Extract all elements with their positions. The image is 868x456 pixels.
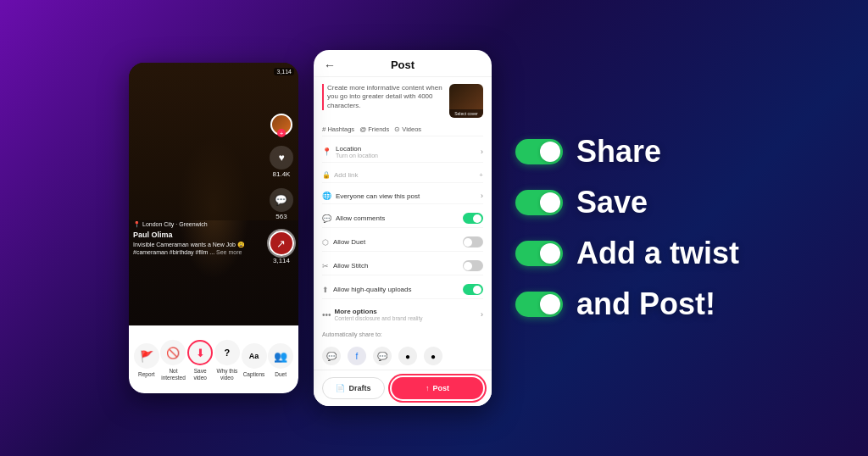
post-title: Post — [391, 58, 415, 71]
stitch-row: ✂ Allow Stitch — [322, 257, 483, 275]
likes-count: 81.4K — [273, 170, 291, 178]
see-more-link[interactable]: See more — [216, 249, 242, 255]
save-toggle[interactable] — [515, 190, 563, 215]
description-text[interactable]: Create more informative content when you… — [322, 84, 442, 110]
add-twist-toggle[interactable] — [515, 241, 563, 266]
add-link-plus[interactable]: + — [479, 171, 483, 179]
time-badge: 3,114 — [274, 68, 294, 75]
hashtags-tag[interactable]: # Hashtags — [322, 125, 354, 133]
drafts-button[interactable]: 📄 Drafts — [322, 377, 385, 399]
thumbnail[interactable]: Select cover — [449, 84, 483, 118]
action-report[interactable]: 🚩 Report — [133, 343, 160, 378]
share-group[interactable]: ↗ 3,114 — [269, 231, 294, 264]
hq-icon: ⬆ — [322, 286, 329, 294]
report-label: Report — [138, 371, 155, 378]
post-tags: # Hashtags @ Friends ⊙ Videos — [322, 123, 483, 136]
more-options-chevron[interactable]: › — [481, 310, 483, 319]
more-options-row[interactable]: ••• More options Content disclosure and … — [322, 304, 483, 325]
post-label: Post — [432, 384, 449, 392]
post-body: Create more informative content when you… — [314, 77, 492, 370]
video-icon: ⊙ — [394, 125, 400, 133]
action-save-video[interactable]: ⬇ Save video — [186, 340, 214, 381]
more-dots-icon: ••• — [322, 310, 331, 320]
videos-label: Videos — [402, 125, 421, 133]
not-interested-icon[interactable]: 🚫 — [160, 340, 186, 365]
more-options-label: More options — [335, 308, 423, 315]
friends-tag[interactable]: @ Friends — [359, 125, 389, 133]
action-captions[interactable]: Aa Captions — [241, 343, 268, 378]
hq-toggle[interactable] — [463, 284, 483, 295]
avatar: + — [270, 114, 292, 136]
and-post-toggle[interactable] — [515, 292, 563, 317]
duet-toggle[interactable] — [463, 236, 483, 247]
location-title: Location — [336, 145, 378, 153]
location-chevron[interactable]: › — [481, 147, 483, 156]
heart-icon[interactable]: ♥ — [270, 146, 293, 170]
drafts-label: Drafts — [348, 384, 370, 392]
drafts-icon: 📄 — [336, 384, 345, 392]
social-icon-5[interactable]: ● — [424, 347, 442, 365]
view-chevron[interactable]: › — [481, 192, 483, 200]
duet-icon[interactable]: 👥 — [268, 343, 293, 369]
share-label: Share — [576, 134, 661, 170]
hq-label: Allow high-quality uploads — [333, 286, 412, 293]
comments-count: 563 — [275, 213, 287, 220]
tiktok-video-bg: 3,114 + ♥ 81.4K 💬 563 — [129, 63, 298, 325]
hashtag-icon: # — [322, 125, 326, 133]
hq-row: ⬆ Allow high-quality uploads — [322, 281, 483, 299]
stitch-toggle[interactable] — [463, 260, 483, 271]
stitch-icon: ✂ — [322, 262, 329, 270]
post-header: ← Post — [314, 50, 492, 77]
and-post-label: and Post! — [576, 286, 715, 322]
duet-left: ⬡ Allow Duet — [322, 238, 365, 247]
location-pin-icon: 📍 — [133, 221, 141, 228]
view-permissions-left: 🌐 Everyone can view this post — [322, 192, 420, 200]
comment-icon[interactable]: 💬 — [270, 188, 293, 212]
main-container: 3,114 + ♥ 81.4K 💬 563 — [0, 0, 868, 456]
post-panel: ← Post Create more informative content w… — [314, 50, 492, 406]
post-footer: 📄 Drafts ↑ Post — [314, 370, 492, 406]
action-why-this[interactable]: ? Why thisvideo — [214, 340, 241, 381]
view-permissions-label: Everyone can view this post — [336, 192, 420, 200]
duet-row: ⬡ Allow Duet — [322, 233, 483, 252]
duet-label: Duet — [275, 371, 287, 378]
friends-label: Friends — [368, 125, 389, 133]
post-button[interactable]: ↑ Post — [392, 377, 483, 399]
likes-group[interactable]: ♥ 81.4K — [270, 146, 293, 178]
share-row: Share — [515, 134, 739, 170]
action-not-interested[interactable]: 🚫 Notinterested — [160, 340, 187, 381]
hq-left: ⬆ Allow high-quality uploads — [322, 286, 412, 294]
video-info: 📍 London City · Greenwich Paul Olima Inv… — [133, 221, 264, 256]
save-video-label: Save video — [186, 368, 214, 381]
facebook-icon[interactable]: f — [348, 347, 366, 365]
share-button[interactable]: ↗ — [269, 231, 294, 256]
why-this-label: Why thisvideo — [216, 368, 237, 381]
tiktok-sidebar: + ♥ 81.4K 💬 563 ↗ 3,114 — [269, 114, 294, 264]
action-duet[interactable]: 👥 Duet — [267, 343, 294, 378]
location-sub: Turn on location — [336, 153, 378, 158]
report-icon[interactable]: 🚩 — [134, 343, 159, 369]
social-icon-4[interactable]: ● — [398, 347, 417, 365]
why-this-icon[interactable]: ? — [214, 340, 240, 365]
save-video-icon[interactable]: ⬇ — [187, 340, 213, 365]
messenger-icon[interactable]: 💬 — [373, 347, 392, 365]
add-link-row[interactable]: 🔒 Add link + — [322, 168, 483, 183]
back-button[interactable]: ← — [324, 58, 336, 72]
stitch-left: ✂ Allow Stitch — [322, 262, 368, 270]
share-toggle[interactable] — [515, 139, 563, 164]
add-twist-row: Add a twist — [515, 236, 739, 271]
add-twist-label: Add a twist — [576, 236, 739, 271]
follow-plus-icon[interactable]: + — [277, 129, 286, 137]
comments-group[interactable]: 💬 563 — [270, 188, 293, 220]
view-permissions-row: 🌐 Everyone can view this post › — [322, 188, 483, 204]
videos-tag[interactable]: ⊙ Videos — [394, 125, 421, 133]
username-label: Paul Olima — [133, 231, 264, 239]
comments-row: 💬 Allow comments — [322, 209, 483, 228]
thumbnail-label: Select cover — [449, 109, 483, 118]
whatsapp-icon[interactable]: 💬 — [322, 347, 341, 365]
location-row: 📍 Location Turn on location › — [322, 142, 483, 163]
right-labels: Share Save Add a twist and Post! — [515, 134, 739, 322]
captions-icon[interactable]: Aa — [242, 343, 267, 369]
comments-toggle[interactable] — [463, 213, 483, 224]
hashtags-label: Hashtags — [327, 125, 354, 133]
